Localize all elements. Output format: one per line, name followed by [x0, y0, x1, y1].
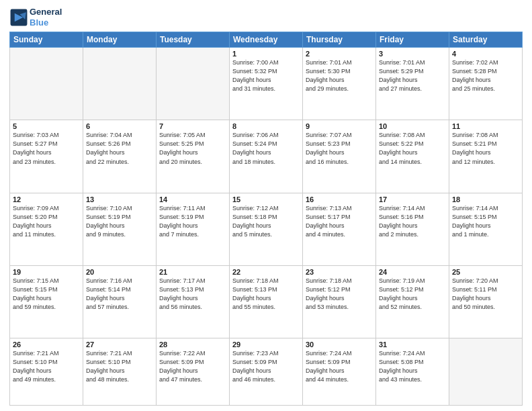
- calendar-cell: 7Sunrise: 7:05 AMSunset: 5:25 PMDaylight…: [157, 120, 230, 193]
- day-number: 29: [232, 340, 300, 349]
- day-info: Sunrise: 7:18 AMSunset: 5:12 PMDaylight …: [306, 277, 373, 312]
- day-info: Sunrise: 7:16 AMSunset: 5:14 PMDaylight …: [86, 277, 153, 312]
- week-row-4: 26Sunrise: 7:21 AMSunset: 5:10 PMDayligh…: [10, 338, 523, 405]
- day-info: Sunrise: 7:03 AMSunset: 5:27 PMDaylight …: [13, 131, 80, 166]
- col-header-monday: Monday: [83, 32, 157, 48]
- day-info: Sunrise: 7:21 AMSunset: 5:10 PMDaylight …: [86, 349, 153, 384]
- day-info: Sunrise: 7:22 AMSunset: 5:09 PMDaylight …: [159, 349, 226, 384]
- day-number: 6: [86, 122, 153, 130]
- calendar-cell: 20Sunrise: 7:16 AMSunset: 5:14 PMDayligh…: [83, 265, 157, 338]
- day-number: 7: [159, 122, 226, 130]
- calendar-cell: 18Sunrise: 7:14 AMSunset: 5:15 PMDayligh…: [449, 193, 523, 265]
- day-number: 4: [452, 50, 519, 58]
- day-info: Sunrise: 7:04 AMSunset: 5:26 PMDaylight …: [86, 131, 153, 166]
- day-number: 18: [452, 195, 519, 203]
- calendar-cell: 23Sunrise: 7:18 AMSunset: 5:12 PMDayligh…: [303, 265, 376, 338]
- week-row-1: 5Sunrise: 7:03 AMSunset: 5:27 PMDaylight…: [10, 120, 523, 193]
- day-info: Sunrise: 7:14 AMSunset: 5:15 PMDaylight …: [452, 204, 519, 239]
- day-number: 21: [159, 268, 226, 276]
- week-row-2: 12Sunrise: 7:09 AMSunset: 5:20 PMDayligh…: [10, 193, 523, 265]
- calendar-table: SundayMondayTuesdayWednesdayThursdayFrid…: [9, 32, 523, 406]
- calendar-cell: 27Sunrise: 7:21 AMSunset: 5:10 PMDayligh…: [83, 338, 157, 405]
- day-number: 14: [159, 195, 226, 203]
- day-number: 23: [306, 268, 373, 276]
- calendar-cell: [449, 338, 523, 405]
- week-row-0: 1Sunrise: 7:00 AMSunset: 5:32 PMDaylight…: [10, 48, 523, 120]
- day-number: 15: [232, 195, 300, 203]
- calendar-cell: 21Sunrise: 7:17 AMSunset: 5:13 PMDayligh…: [157, 265, 230, 338]
- calendar-cell: 8Sunrise: 7:06 AMSunset: 5:24 PMDaylight…: [230, 120, 303, 193]
- day-info: Sunrise: 7:06 AMSunset: 5:24 PMDaylight …: [232, 131, 300, 166]
- col-header-wednesday: Wednesday: [230, 32, 303, 48]
- calendar-cell: 6Sunrise: 7:04 AMSunset: 5:26 PMDaylight…: [83, 120, 157, 193]
- day-info: Sunrise: 7:17 AMSunset: 5:13 PMDaylight …: [159, 277, 226, 312]
- calendar-cell: 2Sunrise: 7:01 AMSunset: 5:30 PMDaylight…: [303, 48, 376, 120]
- calendar-cell: [83, 48, 157, 120]
- day-info: Sunrise: 7:15 AMSunset: 5:15 PMDaylight …: [13, 277, 80, 312]
- day-number: 10: [379, 122, 446, 130]
- day-info: Sunrise: 7:12 AMSunset: 5:18 PMDaylight …: [232, 204, 300, 239]
- calendar-cell: 10Sunrise: 7:08 AMSunset: 5:22 PMDayligh…: [376, 120, 449, 193]
- day-number: 1: [232, 50, 300, 58]
- day-info: Sunrise: 7:10 AMSunset: 5:19 PMDaylight …: [86, 204, 153, 239]
- page: General Blue SundayMondayTuesdayWednesda…: [0, 0, 532, 411]
- day-number: 12: [13, 195, 80, 203]
- day-number: 28: [159, 340, 226, 349]
- calendar-cell: 3Sunrise: 7:01 AMSunset: 5:29 PMDaylight…: [376, 48, 449, 120]
- header: General Blue: [9, 7, 523, 28]
- calendar-cell: 17Sunrise: 7:14 AMSunset: 5:16 PMDayligh…: [376, 193, 449, 265]
- calendar-cell: 26Sunrise: 7:21 AMSunset: 5:10 PMDayligh…: [10, 338, 83, 405]
- day-info: Sunrise: 7:20 AMSunset: 5:11 PMDaylight …: [452, 277, 519, 312]
- day-number: 26: [13, 340, 80, 349]
- day-info: Sunrise: 7:00 AMSunset: 5:32 PMDaylight …: [232, 58, 300, 93]
- day-number: 13: [86, 195, 153, 203]
- day-number: 24: [379, 268, 446, 276]
- day-number: 8: [232, 122, 300, 130]
- calendar-cell: 15Sunrise: 7:12 AMSunset: 5:18 PMDayligh…: [230, 193, 303, 265]
- calendar-cell: 22Sunrise: 7:18 AMSunset: 5:13 PMDayligh…: [230, 265, 303, 338]
- day-info: Sunrise: 7:11 AMSunset: 5:19 PMDaylight …: [159, 204, 226, 239]
- day-number: 17: [379, 195, 446, 203]
- day-info: Sunrise: 7:01 AMSunset: 5:29 PMDaylight …: [379, 58, 446, 93]
- day-number: 25: [452, 268, 519, 276]
- calendar-cell: 12Sunrise: 7:09 AMSunset: 5:20 PMDayligh…: [10, 193, 83, 265]
- col-header-thursday: Thursday: [303, 32, 376, 48]
- day-number: 5: [13, 122, 80, 130]
- day-info: Sunrise: 7:24 AMSunset: 5:09 PMDaylight …: [306, 349, 373, 384]
- day-info: Sunrise: 7:23 AMSunset: 5:09 PMDaylight …: [232, 349, 300, 384]
- calendar-cell: 4Sunrise: 7:02 AMSunset: 5:28 PMDaylight…: [449, 48, 523, 120]
- day-info: Sunrise: 7:18 AMSunset: 5:13 PMDaylight …: [232, 277, 300, 312]
- day-number: 11: [452, 122, 519, 130]
- calendar-cell: 9Sunrise: 7:07 AMSunset: 5:23 PMDaylight…: [303, 120, 376, 193]
- calendar-cell: 30Sunrise: 7:24 AMSunset: 5:09 PMDayligh…: [303, 338, 376, 405]
- day-number: 30: [306, 340, 373, 349]
- day-info: Sunrise: 7:02 AMSunset: 5:28 PMDaylight …: [452, 58, 519, 93]
- day-number: 27: [86, 340, 153, 349]
- calendar-cell: [157, 48, 230, 120]
- calendar-cell: 13Sunrise: 7:10 AMSunset: 5:19 PMDayligh…: [83, 193, 157, 265]
- logo-icon: [9, 8, 28, 27]
- calendar-cell: [10, 48, 83, 120]
- calendar-cell: 25Sunrise: 7:20 AMSunset: 5:11 PMDayligh…: [449, 265, 523, 338]
- day-info: Sunrise: 7:19 AMSunset: 5:12 PMDaylight …: [379, 277, 446, 312]
- calendar-cell: 14Sunrise: 7:11 AMSunset: 5:19 PMDayligh…: [157, 193, 230, 265]
- day-number: 19: [13, 268, 80, 276]
- col-header-sunday: Sunday: [10, 32, 83, 48]
- week-row-3: 19Sunrise: 7:15 AMSunset: 5:15 PMDayligh…: [10, 265, 523, 338]
- day-info: Sunrise: 7:08 AMSunset: 5:22 PMDaylight …: [379, 131, 446, 166]
- day-info: Sunrise: 7:01 AMSunset: 5:30 PMDaylight …: [306, 58, 373, 93]
- day-info: Sunrise: 7:09 AMSunset: 5:20 PMDaylight …: [13, 204, 80, 239]
- calendar-cell: 16Sunrise: 7:13 AMSunset: 5:17 PMDayligh…: [303, 193, 376, 265]
- calendar-cell: 19Sunrise: 7:15 AMSunset: 5:15 PMDayligh…: [10, 265, 83, 338]
- calendar-cell: 29Sunrise: 7:23 AMSunset: 5:09 PMDayligh…: [230, 338, 303, 405]
- day-number: 22: [232, 268, 300, 276]
- logo-text: General Blue: [30, 7, 62, 28]
- col-header-friday: Friday: [376, 32, 449, 48]
- day-number: 20: [86, 268, 153, 276]
- calendar-cell: 5Sunrise: 7:03 AMSunset: 5:27 PMDaylight…: [10, 120, 83, 193]
- calendar-cell: 28Sunrise: 7:22 AMSunset: 5:09 PMDayligh…: [157, 338, 230, 405]
- day-number: 9: [306, 122, 373, 130]
- calendar-cell: 24Sunrise: 7:19 AMSunset: 5:12 PMDayligh…: [376, 265, 449, 338]
- calendar-header-row: SundayMondayTuesdayWednesdayThursdayFrid…: [10, 32, 523, 48]
- day-number: 16: [306, 195, 373, 203]
